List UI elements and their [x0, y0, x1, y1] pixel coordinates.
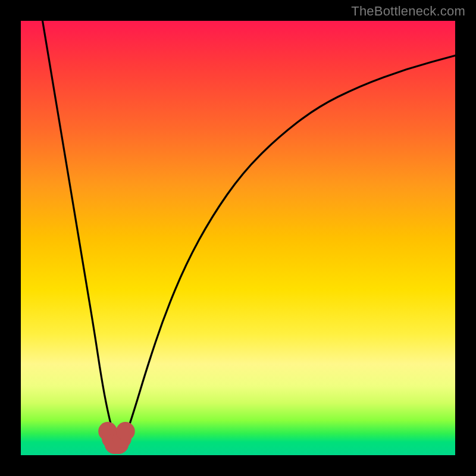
chart-svg	[21, 21, 455, 455]
watermark-text: TheBottleneck.com	[351, 4, 465, 19]
chart-frame: TheBottleneck.com	[0, 0, 476, 476]
bottleneck-curve	[43, 21, 456, 444]
min-region-markers	[98, 422, 135, 454]
min-region-dot	[116, 422, 135, 441]
plot-area	[21, 21, 455, 455]
